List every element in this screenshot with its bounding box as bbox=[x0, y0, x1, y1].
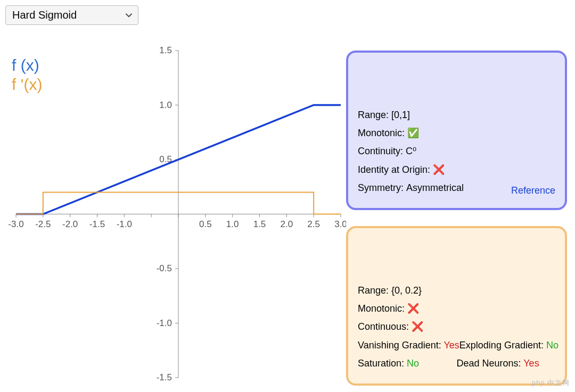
f-symmetry-value: Asymmetrical bbox=[406, 179, 464, 197]
svg-text:3.0: 3.0 bbox=[334, 219, 346, 229]
cross-icon: ❌ bbox=[433, 161, 445, 179]
chevron-down-icon bbox=[125, 9, 133, 21]
svg-text:-2.5: -2.5 bbox=[35, 219, 51, 229]
cross-icon: ❌ bbox=[407, 299, 419, 318]
f-symmetry-label: Symmetry: bbox=[358, 179, 404, 197]
watermark: php 中文网 bbox=[532, 378, 570, 388]
activation-selector[interactable]: Hard Sigmoid bbox=[5, 5, 138, 25]
fp-monotonic-label: Monotonic: bbox=[358, 299, 405, 318]
fp-range-value: {0, 0.2} bbox=[391, 281, 422, 299]
reference-link[interactable]: Reference bbox=[511, 181, 555, 199]
svg-text:-1.0: -1.0 bbox=[157, 318, 172, 328]
f-range-label: Range: bbox=[358, 106, 389, 124]
svg-text:-1.5: -1.5 bbox=[157, 372, 172, 382]
svg-text:2.0: 2.0 bbox=[281, 219, 293, 229]
f-properties-card: Range: [0,1] Monotonic: ✅ Continuity: C⁰… bbox=[346, 51, 567, 210]
activation-selector-value: Hard Sigmoid bbox=[12, 9, 77, 21]
f-identity-label: Identity at Origin: bbox=[358, 161, 430, 179]
plot-area: -3.0-2.5-2.0-1.5-1.00.51.01.52.02.53.01.… bbox=[5, 45, 346, 383]
f-monotonic-label: Monotonic: bbox=[358, 124, 405, 142]
svg-text:0.5: 0.5 bbox=[199, 219, 212, 229]
fp-dn-value: Yes bbox=[523, 358, 539, 369]
fp-eg-label: Exploding Gradient: bbox=[459, 340, 544, 351]
check-icon: ✅ bbox=[407, 124, 419, 142]
fp-dn-label: Dead Neurons: bbox=[457, 358, 521, 369]
f-range-value: [0,1] bbox=[391, 106, 410, 124]
svg-text:-0.5: -0.5 bbox=[157, 263, 172, 273]
svg-text:2.5: 2.5 bbox=[307, 219, 320, 229]
plot-svg: -3.0-2.5-2.0-1.5-1.00.51.01.52.02.53.01.… bbox=[5, 45, 346, 383]
svg-text:1.5: 1.5 bbox=[253, 219, 266, 229]
cross-icon: ❌ bbox=[412, 318, 423, 336]
fp-properties-card: Range: {0, 0.2} Monotonic: ❌ Continuous:… bbox=[346, 226, 567, 386]
f-continuity-value: C⁰ bbox=[406, 142, 416, 160]
fp-continuous-label: Continuous: bbox=[358, 318, 409, 336]
svg-text:-1.0: -1.0 bbox=[117, 219, 132, 229]
fp-sat-label: Saturation: bbox=[358, 358, 404, 369]
svg-text:1.0: 1.0 bbox=[226, 219, 239, 229]
f-continuity-label: Continuity: bbox=[358, 142, 403, 160]
fp-eg-value: No bbox=[546, 340, 558, 351]
fp-range-label: Range: bbox=[358, 281, 389, 299]
svg-text:1.0: 1.0 bbox=[159, 100, 172, 110]
svg-text:-1.5: -1.5 bbox=[89, 219, 105, 229]
fp-vg-label: Vanishing Gradient: bbox=[358, 340, 441, 351]
svg-text:1.5: 1.5 bbox=[159, 45, 172, 55]
svg-text:-2.0: -2.0 bbox=[62, 219, 78, 229]
svg-text:-3.0: -3.0 bbox=[8, 219, 23, 229]
fp-vg-value: Yes bbox=[443, 340, 459, 351]
fp-sat-value: No bbox=[407, 358, 419, 369]
